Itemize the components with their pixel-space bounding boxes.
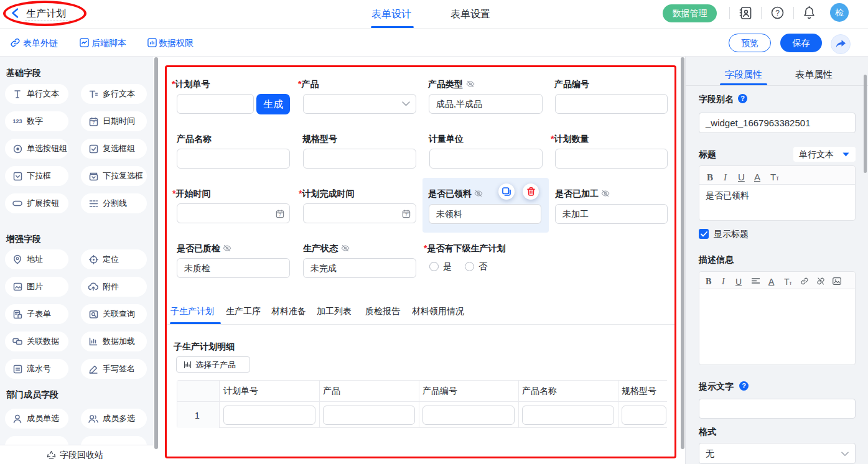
- svg-text:?: ?: [775, 9, 780, 17]
- svg-text:7: 7: [92, 121, 95, 125]
